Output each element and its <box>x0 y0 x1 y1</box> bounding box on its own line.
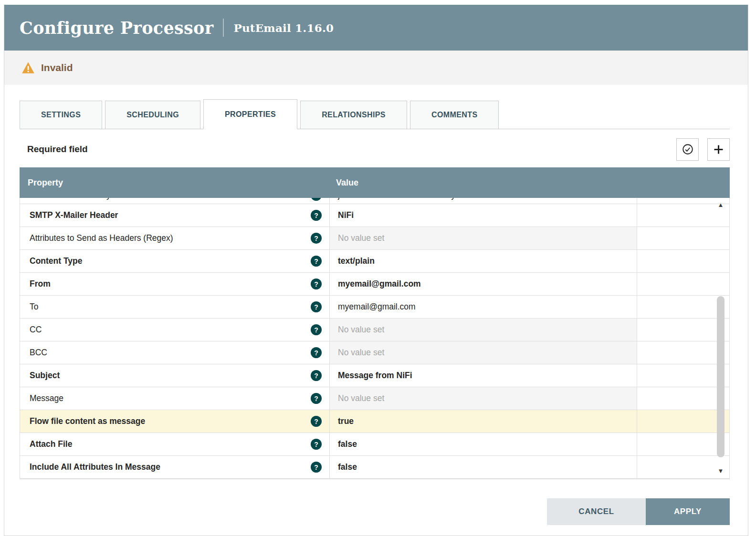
add-property-button[interactable] <box>707 138 730 161</box>
property-value: No value set <box>338 348 384 358</box>
property-value: No value set <box>338 233 384 243</box>
tab-comments[interactable]: COMMENTS <box>410 101 499 129</box>
property-value-cell[interactable]: false <box>329 456 637 478</box>
validation-status-text: Invalid <box>41 62 73 73</box>
property-name: SMTP Socket Factory <box>30 198 111 200</box>
property-name: Attach File <box>30 439 72 449</box>
table-scrollbar[interactable]: ▲ ▼ <box>714 202 727 474</box>
property-name: Flow file content as message <box>30 416 145 426</box>
property-name-cell: Message? <box>20 387 329 410</box>
property-row: From?myemail@gmail.com <box>20 273 729 296</box>
property-row: Flow file content as message?true <box>20 410 729 433</box>
property-name-cell: Flow file content as message? <box>20 410 329 433</box>
table-header-row: Property Value <box>20 167 730 198</box>
column-header-value: Value <box>329 178 636 188</box>
help-icon[interactable]: ? <box>311 347 322 358</box>
property-name-cell: SMTP Socket Factory? <box>20 198 329 204</box>
property-value-cell[interactable]: javax.net.ssl.SSLSocketFactory <box>329 198 637 204</box>
property-value: text/plain <box>338 256 375 266</box>
property-value-cell[interactable]: NiFi <box>329 204 637 227</box>
property-value-cell[interactable]: text/plain <box>329 250 637 272</box>
verify-properties-button[interactable] <box>676 138 699 161</box>
processor-name-version: PutEmail 1.16.0 <box>233 21 334 34</box>
property-value: NiFi <box>338 210 354 220</box>
tab-settings[interactable]: SETTINGS <box>20 101 102 129</box>
help-icon[interactable]: ? <box>311 324 322 335</box>
property-name-cell: To? <box>20 296 329 318</box>
dialog-content: SETTINGSSCHEDULINGPROPERTIESRELATIONSHIP… <box>4 85 748 536</box>
property-row: Message?No value set <box>20 387 729 410</box>
property-row: Content Type?text/plain <box>20 250 729 273</box>
help-icon[interactable]: ? <box>311 256 322 267</box>
property-value-cell[interactable]: myemail@gmail.com <box>329 296 637 318</box>
property-name-cell: Include All Attributes In Message? <box>20 456 329 478</box>
configure-processor-dialog: Configure Processor PutEmail 1.16.0 Inva… <box>4 5 748 536</box>
properties-toolbar: Required field <box>20 138 730 161</box>
help-icon[interactable]: ? <box>311 370 322 381</box>
tab-bar: SETTINGSSCHEDULINGPROPERTIESRELATIONSHIP… <box>20 99 730 129</box>
property-name: CC <box>30 325 42 335</box>
property-name: Include All Attributes In Message <box>30 462 160 472</box>
help-icon[interactable]: ? <box>311 416 322 427</box>
scroll-down-icon[interactable]: ▼ <box>718 468 724 474</box>
property-value: No value set <box>338 325 384 335</box>
tab-properties[interactable]: PROPERTIES <box>203 99 297 129</box>
help-icon[interactable]: ? <box>311 233 322 244</box>
properties-table: Property Value SMTP Socket Factory?javax… <box>20 167 730 479</box>
scroll-up-icon[interactable]: ▲ <box>718 202 724 208</box>
property-row: SMTP Socket Factory?javax.net.ssl.SSLSoc… <box>20 198 729 204</box>
help-icon[interactable]: ? <box>311 301 322 312</box>
property-value-cell[interactable]: false <box>329 433 637 455</box>
apply-button[interactable]: APPLY <box>646 498 730 525</box>
tab-relationships[interactable]: RELATIONSHIPS <box>300 101 407 129</box>
help-icon[interactable]: ? <box>311 462 322 473</box>
property-name-cell: BCC? <box>20 341 329 364</box>
property-value-cell[interactable]: myemail@gmail.com <box>329 273 637 295</box>
property-value: myemail@gmail.com <box>338 279 421 289</box>
property-value: false <box>338 462 357 472</box>
validation-banner: Invalid <box>4 51 748 85</box>
property-row: BCC?No value set <box>20 341 729 364</box>
help-icon[interactable]: ? <box>311 210 322 221</box>
tab-scheduling[interactable]: SCHEDULING <box>105 101 200 129</box>
property-value-cell[interactable]: true <box>329 410 637 433</box>
property-value-cell[interactable]: No value set <box>329 319 637 341</box>
property-name: Attributes to Send as Headers (Regex) <box>30 233 173 243</box>
column-header-property: Property <box>20 178 329 188</box>
scrollbar-thumb[interactable] <box>717 296 724 457</box>
toolbar-buttons <box>676 138 730 161</box>
property-value-cell[interactable]: No value set <box>329 341 637 364</box>
dialog-footer: CANCEL APPLY <box>20 479 730 536</box>
property-row: SMTP X-Mailer Header?NiFi <box>20 204 729 227</box>
plus-icon <box>712 143 725 156</box>
property-value-cell[interactable]: No value set <box>329 227 637 249</box>
help-icon[interactable]: ? <box>311 393 322 404</box>
property-name: Content Type <box>30 256 83 266</box>
property-name: To <box>30 302 38 312</box>
dialog-title: Configure Processor <box>20 18 213 38</box>
property-value-cell[interactable]: Message from NiFi <box>329 364 637 387</box>
scrollbar-track[interactable] <box>714 208 727 468</box>
check-circle-icon <box>682 143 694 155</box>
title-divider <box>223 19 224 37</box>
property-name-cell: From? <box>20 273 329 295</box>
property-name: From <box>30 279 51 289</box>
property-row: Attach File?false <box>20 433 729 456</box>
property-value: true <box>338 416 354 426</box>
property-name: BCC <box>30 348 47 358</box>
property-row: CC?No value set <box>20 319 729 341</box>
property-row: Include All Attributes In Message?false <box>20 456 729 479</box>
help-icon[interactable]: ? <box>311 278 322 289</box>
warning-icon <box>21 62 35 74</box>
property-name: Message <box>30 393 63 403</box>
property-name: SMTP X-Mailer Header <box>30 210 118 220</box>
property-row: Subject?Message from NiFi <box>20 364 729 387</box>
property-row: To?myemail@gmail.com <box>20 296 729 319</box>
required-field-label: Required field <box>20 144 88 155</box>
property-name-cell: Content Type? <box>20 250 329 272</box>
property-value-cell[interactable]: No value set <box>329 387 637 410</box>
property-value: Message from NiFi <box>338 371 412 381</box>
cancel-button[interactable]: CANCEL <box>547 498 646 525</box>
help-icon[interactable]: ? <box>311 439 322 450</box>
help-icon[interactable]: ? <box>311 198 322 201</box>
